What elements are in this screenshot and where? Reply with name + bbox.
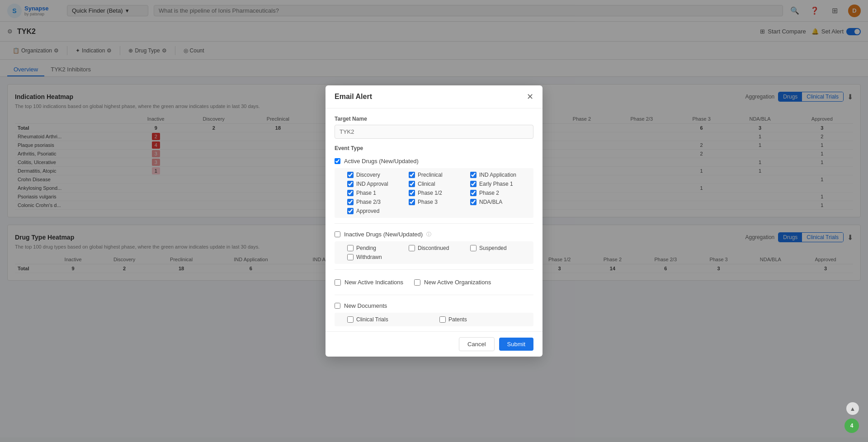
active-drugs-checkbox[interactable] bbox=[335, 158, 340, 164]
new-active-row: New Active Indications New Active Organi… bbox=[335, 273, 533, 291]
inactive-drugs-label[interactable]: Inactive Drugs (New/Updated) bbox=[344, 231, 423, 238]
active-drugs-label[interactable]: Active Drugs (New/Updated) bbox=[344, 158, 419, 165]
approved-label: Approved bbox=[356, 208, 379, 214]
pending-checkbox[interactable] bbox=[347, 245, 354, 251]
nda-label: NDA/BLA bbox=[479, 199, 502, 205]
phase1-label: Phase 1 bbox=[356, 190, 376, 196]
early-phase1-checkbox[interactable] bbox=[470, 181, 476, 187]
modal-header: Email Alert ✕ bbox=[326, 85, 542, 108]
checkbox-discovery: Discovery bbox=[347, 172, 405, 178]
divider-3 bbox=[335, 295, 533, 295]
phase1-checkbox[interactable] bbox=[347, 190, 354, 196]
new-documents-options: Clinical Trials Patents bbox=[347, 316, 528, 323]
divider-2 bbox=[335, 269, 533, 270]
checkbox-preclinical: Preclinical bbox=[409, 172, 467, 178]
checkbox-clinical-trials: Clinical Trials bbox=[347, 316, 436, 323]
divider-1 bbox=[335, 223, 533, 224]
withdrawn-checkbox[interactable] bbox=[347, 254, 354, 260]
phase2-3-label: Phase 2/3 bbox=[356, 199, 381, 205]
checkbox-ind-approval: IND Approval bbox=[347, 181, 405, 187]
ind-app-checkbox[interactable] bbox=[470, 172, 476, 178]
active-drugs-header: Active Drugs (New/Updated) bbox=[335, 154, 533, 168]
active-drugs-section: Active Drugs (New/Updated) Discovery Pre… bbox=[335, 154, 533, 218]
new-documents-checkbox[interactable] bbox=[335, 303, 340, 309]
modal-body: Target Name Event Type Active Drugs (New… bbox=[326, 108, 542, 331]
scroll-up-button[interactable]: ▲ bbox=[846, 402, 859, 415]
new-active-indications: New Active Indications bbox=[335, 276, 403, 288]
checkbox-phase3: Phase 3 bbox=[409, 199, 467, 205]
checkbox-ind-application: IND Application bbox=[470, 172, 528, 178]
patents-checkbox[interactable] bbox=[439, 316, 446, 323]
ind-approval-checkbox[interactable] bbox=[347, 181, 354, 187]
email-alert-modal: Email Alert ✕ Target Name Event Type Act… bbox=[326, 85, 542, 357]
withdrawn-label: Withdrawn bbox=[356, 254, 382, 260]
modal-title: Email Alert bbox=[335, 93, 372, 101]
phase3-checkbox[interactable] bbox=[409, 199, 415, 205]
discontinued-checkbox[interactable] bbox=[409, 245, 415, 251]
new-documents-section: New Documents Clinical Trials Patents bbox=[335, 299, 533, 326]
checkbox-approved: Approved bbox=[347, 208, 405, 214]
cancel-button[interactable]: Cancel bbox=[459, 337, 494, 351]
phase1-2-checkbox[interactable] bbox=[409, 190, 415, 196]
phase1-2-label: Phase 1/2 bbox=[418, 190, 442, 196]
target-name-input[interactable] bbox=[335, 125, 533, 139]
notification-badge[interactable]: 4 bbox=[844, 418, 859, 433]
checkbox-phase1: Phase 1 bbox=[347, 190, 405, 196]
checkbox-pending: Pending bbox=[347, 245, 405, 251]
modal-close-button[interactable]: ✕ bbox=[527, 93, 533, 101]
phase2-label: Phase 2 bbox=[479, 190, 499, 196]
approved-checkbox[interactable] bbox=[347, 208, 354, 214]
nda-checkbox[interactable] bbox=[470, 199, 476, 205]
modal-footer: Cancel Submit bbox=[326, 331, 542, 357]
inactive-drugs-options: Pending Discontinued Suspended With bbox=[347, 245, 528, 260]
submit-button[interactable]: Submit bbox=[499, 338, 533, 351]
active-drugs-body: Discovery Preclinical IND Application bbox=[335, 168, 533, 218]
checkbox-phase2-3: Phase 2/3 bbox=[347, 199, 405, 205]
new-organizations-label[interactable]: New Active Organizations bbox=[424, 279, 491, 286]
inactive-drugs-section: Inactive Drugs (New/Updated) ⓘ Pending D… bbox=[335, 227, 533, 264]
new-documents-label[interactable]: New Documents bbox=[344, 302, 387, 309]
checkbox-suspended: Suspended bbox=[470, 245, 528, 251]
ind-approval-label: IND Approval bbox=[356, 181, 388, 187]
patents-label: Patents bbox=[448, 316, 467, 323]
inactive-drugs-info-icon: ⓘ bbox=[426, 231, 431, 238]
checkbox-early-phase1: Early Phase 1 bbox=[470, 181, 528, 187]
discovery-checkbox[interactable] bbox=[347, 172, 354, 178]
inactive-drugs-checkbox[interactable] bbox=[335, 231, 340, 237]
phase2-3-checkbox[interactable] bbox=[347, 199, 354, 205]
clinical-trials-doc-label: Clinical Trials bbox=[356, 316, 388, 323]
clinical-trials-checkbox[interactable] bbox=[347, 316, 354, 323]
checkbox-withdrawn: Withdrawn bbox=[347, 254, 405, 260]
checkbox-clinical: Clinical bbox=[409, 181, 467, 187]
checkbox-phase1-2: Phase 1/2 bbox=[409, 190, 467, 196]
phase3-label: Phase 3 bbox=[418, 199, 438, 205]
suspended-checkbox[interactable] bbox=[470, 245, 476, 251]
early-phase1-label: Early Phase 1 bbox=[479, 181, 513, 187]
ind-app-label: IND Application bbox=[479, 172, 516, 178]
discovery-label: Discovery bbox=[356, 172, 380, 178]
target-name-label: Target Name bbox=[335, 116, 533, 122]
phase2-checkbox[interactable] bbox=[470, 190, 476, 196]
preclinical-label: Preclinical bbox=[418, 172, 443, 178]
event-type-label: Event Type bbox=[335, 145, 533, 151]
new-active-organizations: New Active Organizations bbox=[414, 276, 491, 288]
inactive-drugs-header: Inactive Drugs (New/Updated) ⓘ bbox=[335, 227, 533, 241]
checkbox-patents: Patents bbox=[439, 316, 528, 323]
new-indications-checkbox[interactable] bbox=[335, 279, 341, 286]
checkbox-nda: NDA/BLA bbox=[470, 199, 528, 205]
suspended-label: Suspended bbox=[479, 245, 507, 251]
clinical-checkbox[interactable] bbox=[409, 181, 415, 187]
new-indications-label[interactable]: New Active Indications bbox=[344, 279, 403, 286]
active-drugs-options: Discovery Preclinical IND Application bbox=[347, 172, 528, 214]
new-documents-header: New Documents bbox=[335, 299, 533, 313]
inactive-drugs-body: Pending Discontinued Suspended With bbox=[335, 241, 533, 264]
new-organizations-checkbox[interactable] bbox=[414, 279, 420, 286]
checkbox-discontinued: Discontinued bbox=[409, 245, 467, 251]
preclinical-checkbox[interactable] bbox=[409, 172, 415, 178]
discontinued-label: Discontinued bbox=[418, 245, 449, 251]
clinical-label: Clinical bbox=[418, 181, 435, 187]
new-documents-body: Clinical Trials Patents bbox=[335, 313, 533, 326]
modal-overlay[interactable]: Email Alert ✕ Target Name Event Type Act… bbox=[0, 0, 868, 437]
pending-label: Pending bbox=[356, 245, 376, 251]
checkbox-phase2: Phase 2 bbox=[470, 190, 528, 196]
